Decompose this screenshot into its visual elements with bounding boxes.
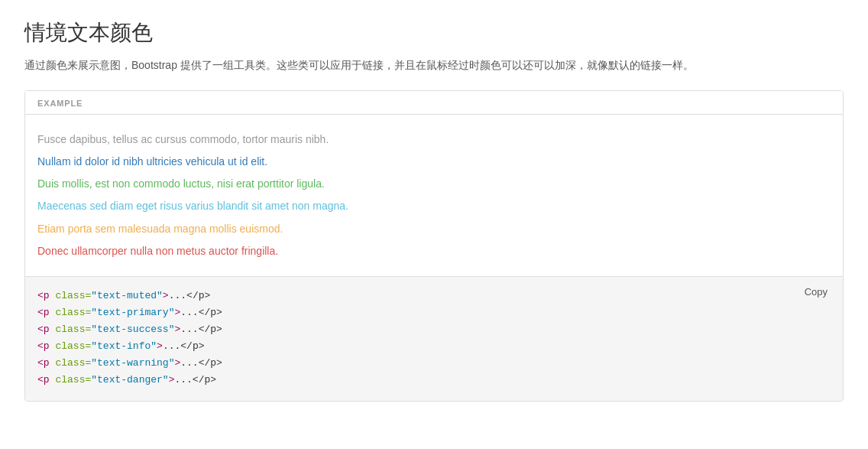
- example-line-success: Duis mollis, est non commodo luctus, nis…: [37, 174, 831, 194]
- example-label: EXAMPLE: [25, 91, 843, 115]
- code-box: Copy <p class="text-muted">...</p> <p cl…: [25, 276, 843, 402]
- example-preview: Fusce dapibus, tellus ac cursus commodo,…: [25, 115, 843, 276]
- code-line-6: <p class="text-danger">...</p>: [37, 372, 831, 389]
- example-box: EXAMPLE Fusce dapibus, tellus ac cursus …: [24, 90, 844, 402]
- code-line-3: <p class="text-success">...</p>: [37, 321, 831, 338]
- code-line-2: <p class="text-primary">...</p>: [37, 304, 831, 321]
- code-line-4: <p class="text-info">...</p>: [37, 338, 831, 355]
- example-line-info: Maecenas sed diam eget risus varius blan…: [37, 197, 831, 216]
- page-title: 情境文本颜色: [24, 18, 844, 47]
- example-line-danger: Donec ullamcorper nulla non metus auctor…: [37, 242, 831, 261]
- example-line-warning: Etiam porta sem malesuada magna mollis e…: [37, 220, 831, 239]
- example-line-muted: Fusce dapibus, tellus ac cursus commodo,…: [37, 130, 831, 149]
- code-block: <p class="text-muted">...</p> <p class="…: [37, 288, 831, 389]
- code-line-1: <p class="text-muted">...</p>: [37, 288, 831, 304]
- copy-button[interactable]: Copy: [800, 285, 832, 299]
- example-line-primary: Nullam id dolor id nibh ultricies vehicu…: [37, 152, 831, 171]
- code-line-5: <p class="text-warning">...</p>: [37, 355, 831, 372]
- page-description: 通过颜色来展示意图，Bootstrap 提供了一组工具类。这些类可以应用于链接，…: [24, 57, 827, 75]
